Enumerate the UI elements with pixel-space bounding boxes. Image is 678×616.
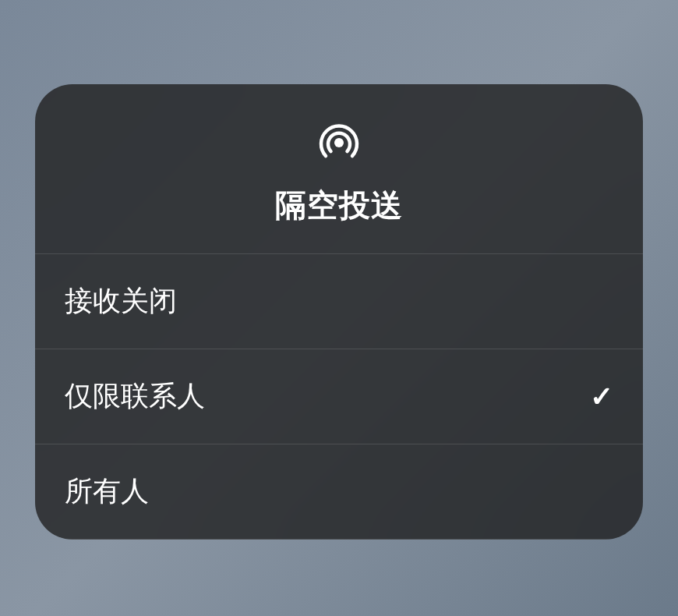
airdrop-icon (315, 117, 363, 168)
airdrop-panel: 隔空投送 接收关闭 ✓ 仅限联系人 ✓ 所有人 ✓ (35, 84, 643, 540)
option-everyone[interactable]: 所有人 ✓ (35, 444, 643, 540)
checkmark-icon: ✓ (590, 381, 613, 413)
option-label: 接收关闭 (65, 282, 177, 320)
panel-title: 隔空投送 (275, 184, 403, 227)
panel-header: 隔空投送 (35, 84, 643, 254)
svg-point-0 (334, 138, 344, 147)
option-label: 仅限联系人 (65, 377, 205, 416)
option-receiving-off[interactable]: 接收关闭 ✓ (35, 254, 643, 349)
option-contacts-only[interactable]: 仅限联系人 ✓ (35, 349, 643, 444)
option-label: 所有人 (65, 473, 149, 511)
